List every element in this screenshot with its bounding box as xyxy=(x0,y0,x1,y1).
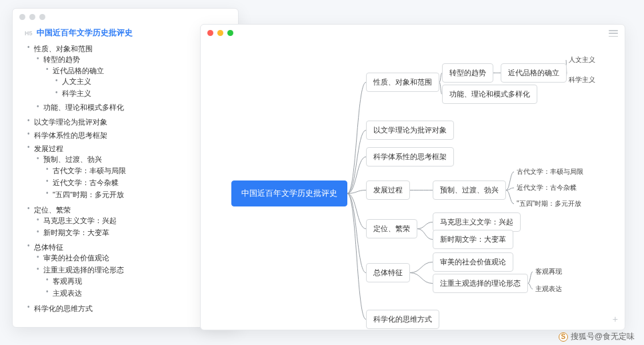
watermark: S 搜狐号@食无定味 xyxy=(559,331,635,342)
mindmap-node-l1[interactable]: 总体特征 xyxy=(366,263,410,282)
outline-item[interactable]: 发展过程预制、过渡、勃兴古代文学：丰硕与局限近代文学：古今杂糅"五四"时期：多元… xyxy=(34,143,226,202)
outline-item[interactable]: 注重主观选择的理论形态客观再现主观表达 xyxy=(43,264,226,300)
mindmap-node-l1[interactable]: 性质、对象和范围 xyxy=(366,73,439,92)
mindmap-leaf[interactable]: "五四"时期：多元开放 xyxy=(514,198,584,210)
trafficlight-min[interactable] xyxy=(29,14,35,20)
add-button[interactable]: + xyxy=(613,314,618,324)
outline-item[interactable]: 新时期文学：大变革 xyxy=(43,227,226,239)
outline-item[interactable]: 功能、理论和模式多样化 xyxy=(43,102,226,114)
outline-item[interactable]: 预制、过渡、勃兴古代文学：丰硕与局限近代文学：古今杂糅"五四"时期：多元开放 xyxy=(43,154,226,202)
outline-item[interactable]: 科学化的思维方式 xyxy=(34,302,226,314)
mindmap-root[interactable]: 中国近百年文学历史批评史 xyxy=(231,180,347,206)
mindmap-node-l2[interactable]: 马克思主义文学：兴起 xyxy=(433,212,521,232)
mindmap-node-l1[interactable]: 以文学理论为批评对象 xyxy=(366,121,454,140)
outline-item[interactable]: 总体特征审美的社会价值观论注重主观选择的理论形态客观再现主观表达 xyxy=(34,241,226,301)
mindmap-node-l1[interactable]: 科学化的思维方式 xyxy=(366,310,439,329)
sohu-logo-icon: S xyxy=(559,332,568,342)
mindmap-node-l1[interactable]: 定位、繁荣 xyxy=(366,219,417,238)
mindmap-node-l2[interactable]: 注重主观选择的理论形态 xyxy=(433,274,528,293)
trafficlight-close[interactable] xyxy=(207,30,213,36)
watermark-text: 搜狐号@食无定味 xyxy=(571,331,635,342)
trafficlight-max[interactable] xyxy=(227,30,233,36)
trafficlight-max[interactable] xyxy=(39,14,45,20)
mindmap-node-l2[interactable]: 审美的社会价值观论 xyxy=(433,252,513,272)
trafficlight-close[interactable] xyxy=(19,14,25,20)
mindmap-node-l2[interactable]: 功能、理论和模式多样化 xyxy=(442,85,537,104)
outline-title-text: 中国近百年文学历史批评史 xyxy=(37,28,133,37)
mindmap-window: 中国近百年文学历史批评史性质、对象和范围以文学理论为批评对象科学体系性的思考框架… xyxy=(200,24,625,330)
mindmap-canvas[interactable]: 中国近百年文学历史批评史性质、对象和范围以文学理论为批评对象科学体系性的思考框架… xyxy=(201,41,625,330)
mindmap-leaf[interactable]: 主观表达 xyxy=(533,283,565,295)
outline-item[interactable]: 定位、繁荣马克思主义文学：兴起新时期文学：大变革 xyxy=(34,204,226,240)
mindmap-node-l2[interactable]: 预制、过渡、勃兴 xyxy=(433,180,506,200)
heading-tag: H5 xyxy=(25,30,33,37)
window-titlebar xyxy=(13,9,238,25)
outline-item[interactable]: 性质、对象和范围转型的趋势近代品格的确立人文主义科学主义功能、理论和模式多样化 xyxy=(34,43,226,115)
outline-item[interactable]: 转型的趋势近代品格的确立人文主义科学主义 xyxy=(43,54,226,102)
mindmap-leaf[interactable]: 近代文学：古今杂糅 xyxy=(514,182,579,194)
outline-title[interactable]: H5中国近百年文学历史批评史 xyxy=(25,27,226,39)
outline-item[interactable]: 科学体系性的思考框架 xyxy=(34,129,226,141)
mindmap-node-l1[interactable]: 科学体系性的思考框架 xyxy=(366,147,454,167)
outline-tree[interactable]: 性质、对象和范围转型的趋势近代品格的确立人文主义科学主义功能、理论和模式多样化以… xyxy=(25,43,226,314)
outline-item[interactable]: 马克思主义文学：兴起 xyxy=(43,215,226,227)
outline-item[interactable]: 以文学理论为批评对象 xyxy=(34,116,226,128)
mindmap-node-l1[interactable]: 发展过程 xyxy=(366,180,410,200)
trafficlight-min[interactable] xyxy=(217,30,223,36)
mindmap-node-l2[interactable]: 转型的趋势 xyxy=(442,63,493,83)
mindmap-node-l2[interactable]: 新时期文学：大变革 xyxy=(433,230,513,249)
window-titlebar xyxy=(201,25,625,41)
mindmap-leaf[interactable]: 客观再现 xyxy=(533,266,565,278)
mindmap-leaf[interactable]: 人文主义 xyxy=(566,54,598,66)
menu-icon[interactable] xyxy=(609,30,618,37)
mindmap-leaf[interactable]: 古代文学：丰硕与局限 xyxy=(514,166,586,178)
outline-item[interactable]: 审美的社会价值观论 xyxy=(43,252,226,264)
mindmap-leaf[interactable]: 科学主义 xyxy=(566,74,598,86)
mindmap-node-l3[interactable]: 近代品格的确立 xyxy=(501,63,567,83)
